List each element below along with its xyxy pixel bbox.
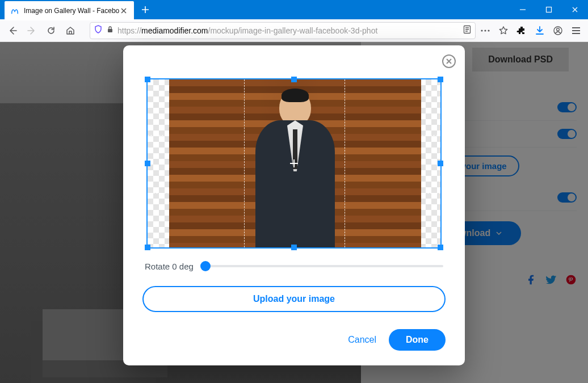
- rotate-slider[interactable]: [201, 261, 443, 271]
- page-actions-icon[interactable]: [477, 22, 494, 39]
- upload-image-button[interactable]: Upload your image: [142, 286, 446, 312]
- rotate-label: Rotate 0 deg: [145, 262, 194, 271]
- rotate-row: Rotate 0 deg: [142, 261, 446, 271]
- tab-title: Image on Gallery Wall - Facebo: [24, 7, 119, 15]
- uploaded-image[interactable]: [169, 79, 421, 247]
- browser-tab[interactable]: Image on Gallery Wall - Facebo: [5, 1, 134, 20]
- crop-handle-left[interactable]: [145, 161, 150, 166]
- tracking-shield-icon[interactable]: [94, 25, 103, 36]
- window-titlebar: Image on Gallery Wall - Facebo: [0, 0, 588, 19]
- browser-navbar: https://mediamodifier.com/mockup/image-i…: [0, 19, 588, 42]
- reader-mode-icon[interactable]: [463, 25, 472, 36]
- modal-close-button[interactable]: [442, 54, 456, 68]
- window-maximize[interactable]: [536, 0, 562, 19]
- nav-home[interactable]: [61, 22, 79, 40]
- crop-handle-bottom[interactable]: [291, 245, 297, 250]
- svg-rect-0: [547, 7, 552, 12]
- nav-reload[interactable]: [42, 22, 60, 40]
- account-icon[interactable]: [549, 22, 566, 39]
- svg-point-3: [481, 30, 482, 31]
- site-favicon: [10, 6, 19, 15]
- lock-icon[interactable]: [106, 26, 114, 36]
- extensions-icon[interactable]: [513, 22, 530, 39]
- tab-close-icon[interactable]: [119, 6, 128, 15]
- image-crop-modal: Rotate 0 deg Upload your image Cancel Do…: [123, 45, 465, 365]
- window-close[interactable]: [562, 0, 588, 19]
- crop-canvas[interactable]: [146, 78, 442, 249]
- crop-handle-top[interactable]: [291, 77, 297, 82]
- new-tab-button[interactable]: [137, 2, 153, 18]
- nav-forward: [23, 22, 41, 40]
- slider-thumb[interactable]: [200, 261, 211, 271]
- done-button[interactable]: Done: [389, 329, 446, 351]
- crop-handle-top-left[interactable]: [145, 77, 150, 82]
- crop-handle-right[interactable]: [438, 161, 443, 166]
- url-bar[interactable]: https://mediamodifier.com/mockup/image-i…: [90, 22, 476, 39]
- person-illustration: [253, 86, 338, 247]
- window-minimize[interactable]: [510, 0, 536, 19]
- modal-actions: Cancel Done: [142, 329, 446, 351]
- crop-handle-bottom-left[interactable]: [145, 245, 150, 250]
- nav-back[interactable]: [3, 22, 22, 40]
- svg-rect-1: [108, 29, 112, 32]
- bookmark-star-icon[interactable]: [495, 22, 512, 39]
- crop-handle-bottom-right[interactable]: [438, 245, 443, 250]
- window-controls: [510, 0, 588, 19]
- slider-track: [201, 265, 443, 267]
- svg-point-4: [484, 30, 486, 31]
- page-viewport: Download PSD Edit this template in a liv…: [0, 42, 588, 383]
- app-menu-icon[interactable]: [568, 22, 585, 39]
- downloads-icon[interactable]: [531, 22, 548, 39]
- crop-handle-top-right[interactable]: [438, 77, 443, 82]
- svg-point-5: [488, 30, 489, 31]
- cancel-button[interactable]: Cancel: [348, 335, 376, 345]
- svg-point-7: [557, 28, 560, 31]
- url-text[interactable]: https://mediamodifier.com/mockup/image-i…: [117, 26, 459, 35]
